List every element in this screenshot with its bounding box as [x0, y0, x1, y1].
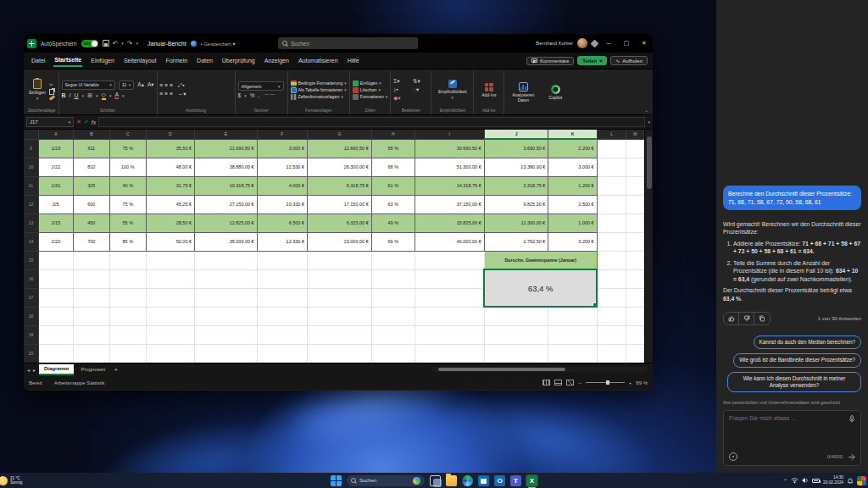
cell[interactable]: [626, 288, 644, 307]
zoom-slider-knob[interactable]: [606, 380, 609, 385]
zoom-in-icon[interactable]: +: [629, 380, 632, 385]
cell[interactable]: [597, 288, 626, 307]
cell[interactable]: 3.000 €: [257, 139, 307, 158]
cell[interactable]: 15.825,00 €: [415, 214, 484, 232]
font-name-select[interactable]: Segoe UI Variable▾: [62, 80, 115, 90]
cell[interactable]: 810: [73, 158, 109, 176]
cell[interactable]: 50,00 €: [146, 232, 194, 251]
menu-tab-überprüfung[interactable]: Überprüfung: [221, 55, 256, 66]
clear-icon[interactable]: ◆▾: [393, 95, 409, 102]
cell-styles-button[interactable]: Zellenformatvorlagen▾: [291, 94, 347, 100]
column-header-F[interactable]: F: [257, 130, 307, 139]
cell[interactable]: [415, 344, 484, 363]
cell[interactable]: [626, 139, 644, 158]
cell[interactable]: [626, 251, 644, 269]
cell[interactable]: [146, 307, 194, 325]
cell[interactable]: [415, 325, 484, 344]
undo-icon[interactable]: ↶: [113, 40, 119, 47]
cell[interactable]: 9.825,00 €: [484, 195, 548, 214]
currency-format-icon[interactable]: $: [238, 92, 242, 98]
microphone-icon[interactable]: [849, 415, 855, 423]
workbook-stats[interactable]: Arbeitsmappe Statistik: [54, 380, 105, 385]
cell[interactable]: 49 %: [371, 214, 415, 232]
cell[interactable]: [597, 325, 626, 344]
cell[interactable]: [626, 195, 644, 214]
store-icon[interactable]: [478, 475, 489, 486]
volume-icon[interactable]: [802, 477, 809, 484]
cell[interactable]: 1/22: [38, 158, 73, 176]
cell[interactable]: 51.300,00 €: [415, 158, 484, 176]
cell[interactable]: [257, 307, 307, 325]
row-header-12[interactable]: 12: [24, 195, 38, 214]
cell[interactable]: [308, 269, 372, 288]
thumbs-up-button[interactable]: [724, 313, 739, 324]
comma-format-icon[interactable]: ,: [258, 92, 259, 98]
find-select-icon[interactable]: ◌▾: [413, 86, 428, 93]
sheet-tab-prognosen[interactable]: Prognosen: [75, 364, 110, 375]
grow-font-icon[interactable]: A▴: [137, 81, 144, 88]
cell[interactable]: 85 %: [109, 232, 146, 251]
cell[interactable]: [371, 251, 415, 269]
zoom-slider[interactable]: [586, 382, 625, 383]
cell[interactable]: 1.200 €: [548, 176, 597, 195]
user-avatar[interactable]: [577, 38, 587, 48]
cell[interactable]: [195, 269, 258, 288]
column-header-M[interactable]: M: [626, 130, 644, 139]
conditional-formatting-button[interactable]: Bedingte Formatierung▾: [291, 80, 347, 86]
cell[interactable]: 30.690,50 €: [415, 139, 484, 158]
cell[interactable]: [109, 251, 146, 269]
column-header-I[interactable]: I: [415, 130, 484, 139]
copilot-button[interactable]: Copilot: [549, 72, 563, 112]
column-header-C[interactable]: C: [109, 130, 146, 139]
start-icon[interactable]: [331, 475, 342, 486]
menu-tab-daten[interactable]: Daten: [196, 55, 214, 66]
saved-status[interactable]: • Gespeichert ▾: [201, 41, 236, 47]
close-button[interactable]: ✕: [637, 34, 651, 53]
cell[interactable]: 40.000,00 €: [415, 232, 484, 251]
decimal-icons[interactable]: ⁺⁰⁰ ⁻⁰⁰: [263, 93, 274, 97]
cell[interactable]: [626, 232, 644, 251]
bold-button[interactable]: B: [62, 92, 66, 98]
column-header-K[interactable]: K: [548, 130, 597, 139]
fill-color-icon[interactable]: ◇: [102, 92, 106, 100]
cell[interactable]: [415, 288, 484, 307]
cancel-entry-icon[interactable]: ✕: [76, 119, 81, 125]
cell[interactable]: 611: [73, 139, 109, 158]
font-color-icon[interactable]: A: [114, 92, 119, 99]
tray-expand-icon[interactable]: ⌃: [783, 478, 787, 484]
row-header-14[interactable]: 14: [24, 232, 38, 251]
cell[interactable]: 6.500 €: [257, 214, 307, 232]
cell[interactable]: 38.880,00 €: [195, 158, 258, 176]
cell[interactable]: [38, 325, 73, 344]
normal-view-icon[interactable]: [542, 380, 550, 385]
qat-customize-icon[interactable]: ▾: [136, 41, 139, 46]
cell[interactable]: [308, 307, 372, 325]
cell[interactable]: [38, 251, 73, 269]
cell[interactable]: [38, 288, 73, 307]
cell[interactable]: [195, 307, 258, 325]
cell[interactable]: [109, 325, 146, 344]
orientation-icon[interactable]: ⤢▾: [178, 82, 185, 88]
cell[interactable]: [371, 269, 415, 288]
insert-function-icon[interactable]: fx: [92, 119, 96, 125]
cell[interactable]: [597, 139, 626, 158]
cell[interactable]: [146, 269, 194, 288]
cell[interactable]: 63 %: [371, 195, 415, 214]
cell[interactable]: [548, 307, 597, 325]
cell[interactable]: 35,50 €: [146, 139, 194, 158]
sheet-nav-right-icon[interactable]: ▸: [33, 367, 36, 373]
battery-icon[interactable]: [812, 479, 820, 483]
page-layout-view-icon[interactable]: [554, 380, 562, 385]
thumbs-down-button[interactable]: [739, 313, 754, 324]
cell[interactable]: 2/15: [38, 214, 73, 232]
cell[interactable]: 26.300,00 €: [308, 158, 372, 176]
cell[interactable]: [109, 288, 146, 307]
menu-tab-startseite[interactable]: Startseite: [53, 54, 82, 67]
cell[interactable]: 4.000 €: [257, 176, 307, 195]
cell[interactable]: 3.000 €: [548, 158, 597, 176]
maximize-button[interactable]: ▢: [620, 34, 633, 53]
italic-button[interactable]: I: [70, 92, 71, 98]
cell[interactable]: [597, 214, 626, 232]
cell[interactable]: 66 %: [371, 232, 415, 251]
cell[interactable]: [371, 325, 415, 344]
